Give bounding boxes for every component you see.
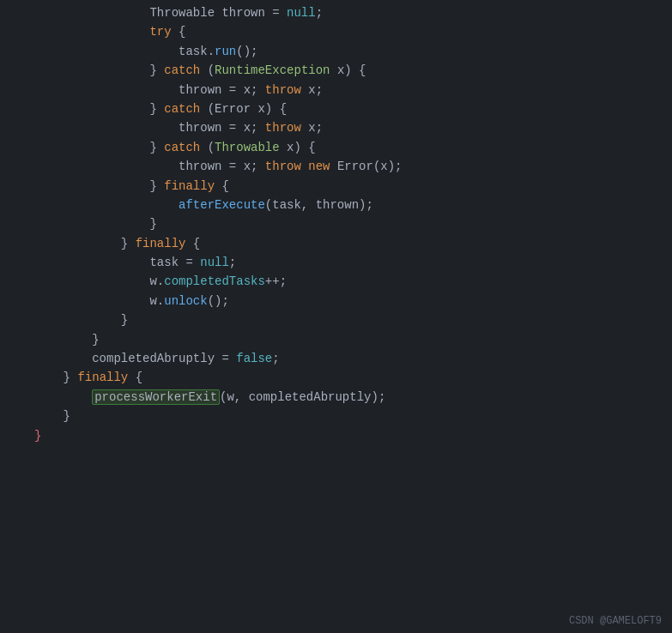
line-12: }	[0, 214, 672, 233]
line-9: thrown = x; throw new Error(x);	[0, 157, 672, 176]
line-5: thrown = x; throw x;	[0, 81, 672, 99]
line-3: task.run();	[0, 42, 672, 61]
line-19: completedAbruptly = false;	[0, 349, 672, 368]
line-14: task = null;	[0, 253, 672, 272]
line-20: } finally {	[0, 368, 672, 387]
footer-bar: CSDN @GAMELOFT9	[0, 609, 672, 633]
line-10: } finally {	[0, 177, 672, 196]
line-11: afterExecute(task, thrown);	[0, 196, 672, 214]
line-22: }	[0, 407, 672, 425]
line-6: } catch (Error x) {	[0, 99, 672, 118]
line-21: processWorkerExit(w, completedAbruptly);	[0, 388, 672, 407]
line-13: } finally {	[0, 234, 672, 253]
line-23: }	[0, 426, 672, 445]
line-4: } catch (RuntimeException x) {	[0, 61, 672, 80]
line-2: try {	[0, 22, 672, 41]
line-8: } catch (Throwable x) {	[0, 138, 672, 157]
code-editor: Throwable thrown = null; try { task.run(…	[0, 0, 672, 633]
code-lines: Throwable thrown = null; try { task.run(…	[0, 0, 672, 449]
line-15: w.completedTasks++;	[0, 272, 672, 291]
line-1: Throwable thrown = null;	[0, 3, 672, 22]
line-17: }	[0, 310, 672, 329]
highlighted-method: processWorkerExit	[92, 389, 220, 405]
line-18: }	[0, 330, 672, 349]
line-7: thrown = x; throw x;	[0, 118, 672, 137]
line-16: w.unlock();	[0, 292, 672, 310]
footer-attribution: CSDN @GAMELOFT9	[569, 615, 662, 627]
